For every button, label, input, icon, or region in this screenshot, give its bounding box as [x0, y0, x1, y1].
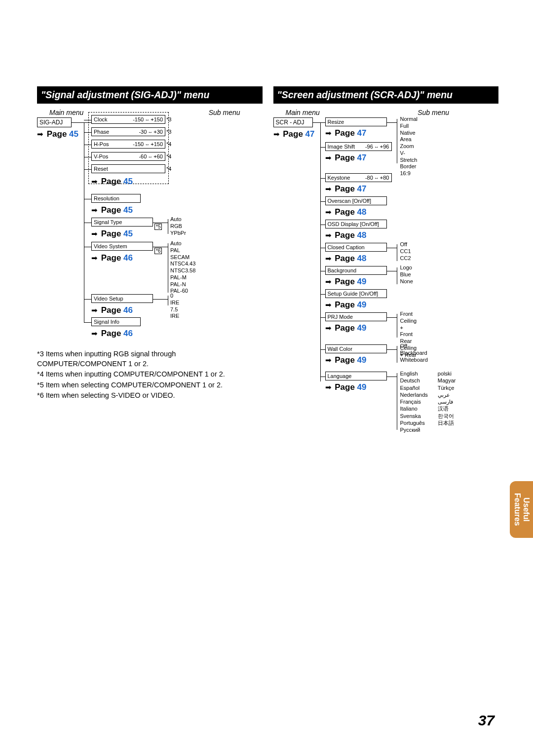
page-ref: Page 49	[325, 323, 367, 333]
menu-item: V-Pos -60↔+60	[91, 152, 165, 161]
page-ref: Page 46	[91, 305, 133, 315]
page-ref: Page 45	[91, 177, 133, 187]
menu-item: Language	[325, 372, 387, 380]
menu-item: Video Setup	[91, 294, 153, 303]
page-ref: Page 49	[325, 382, 367, 392]
page-ref: Page 47	[325, 153, 367, 163]
menu-item: Resize	[325, 117, 387, 126]
page-ref: Page 46	[91, 329, 133, 339]
sub-list: Off CC1 CC2	[400, 241, 411, 262]
note-mark: *4	[166, 166, 171, 172]
page-ref: Page 47	[325, 128, 367, 138]
main-menu-box: SCR - ADJ	[273, 117, 313, 127]
menu-item: Phase -30↔+30	[91, 127, 165, 136]
menu-item: Overscan [On/Off]	[325, 196, 387, 205]
sub-list: Off Blackboard Whiteboard	[400, 343, 428, 363]
note-mark: *5	[154, 224, 162, 230]
sub-menu-label: Sub menu	[418, 109, 449, 116]
sub-list: 0 IRE 7.5 IRE	[170, 293, 179, 320]
page-ref: Page 48	[325, 254, 367, 264]
main-menu-box: SIG-ADJ	[37, 117, 72, 127]
section-title: "Signal adjustment (SIG-ADJ)" menu	[37, 86, 263, 104]
menu-item: Resolution	[91, 194, 141, 203]
page-ref: Page 47	[273, 129, 315, 139]
main-menu-label: Main menu	[286, 109, 320, 116]
page-ref: Page 46	[91, 253, 133, 263]
note-mark: *4	[166, 153, 171, 159]
menu-item: Wall Color	[325, 344, 387, 353]
sub-list: Logo Blue None	[400, 265, 413, 285]
page-ref: Page 47	[325, 184, 367, 194]
sub-list: English Deutsch Español Nederlands Franç…	[400, 370, 456, 434]
page-ref: Page 48	[325, 230, 367, 240]
note-mark: *6	[154, 248, 162, 254]
page-ref: Page 45	[91, 205, 133, 215]
sig-adj-section: "Signal adjustment (SIG-ADJ)" menu Main …	[37, 86, 263, 463]
sub-menu-label: Sub menu	[209, 109, 240, 116]
page-ref: Page 45	[37, 129, 78, 139]
menu-item: H-Pos -150↔+150	[91, 140, 165, 149]
note-mark: *4	[166, 141, 171, 147]
menu-item: Closed Caption	[325, 243, 387, 252]
side-tab: Useful Features	[510, 481, 533, 538]
menu-item: OSD Display [On/Off]	[325, 220, 387, 228]
menu-item: Signal Type	[91, 218, 153, 227]
side-tab-line1: Useful	[522, 497, 531, 522]
sub-list: Auto PAL SECAM NTSC4.43 NTSC3.58 PAL-M P…	[170, 240, 195, 295]
scr-adj-section: "Screen adjustment (SCR-ADJ)" menu Main …	[273, 86, 499, 463]
sub-list: Auto RGB YPbPr	[170, 216, 186, 236]
page-ref: Page 45	[91, 229, 133, 239]
page-number: 37	[478, 712, 495, 729]
page-num: 45	[69, 129, 78, 139]
page-ref: Page 48	[325, 207, 367, 217]
note-mark: *3	[166, 116, 171, 122]
side-tab-line2: Features	[513, 493, 522, 526]
note-mark: *3	[166, 129, 171, 135]
page-ref: Page 49	[325, 300, 367, 310]
menu-item: Keystone -80↔+80	[325, 173, 392, 182]
menu-item: Reset	[91, 164, 165, 173]
menu-item: Video System	[91, 242, 153, 251]
menu-item: PRJ Mode	[325, 312, 387, 321]
notes: *3 Items when inputting RGB signal throu…	[37, 349, 229, 402]
menu-item: Setup Guide [On/Off]	[325, 289, 387, 298]
section-title: "Screen adjustment (SCR-ADJ)" menu	[273, 86, 499, 104]
menu-item: Signal Info	[91, 317, 141, 326]
menu-item: Clock -150↔+150	[91, 115, 165, 124]
page-ref: Page 49	[325, 355, 367, 365]
page-label: Page	[47, 129, 67, 139]
menu-item: Background	[325, 266, 387, 275]
page-ref: Page 49	[325, 277, 367, 287]
main-menu-label: Main menu	[49, 109, 83, 116]
sub-list: Normal Full Native Area Zoom V-Stretch B…	[400, 116, 418, 177]
menu-item: Image Shift -96↔+96	[325, 142, 392, 151]
